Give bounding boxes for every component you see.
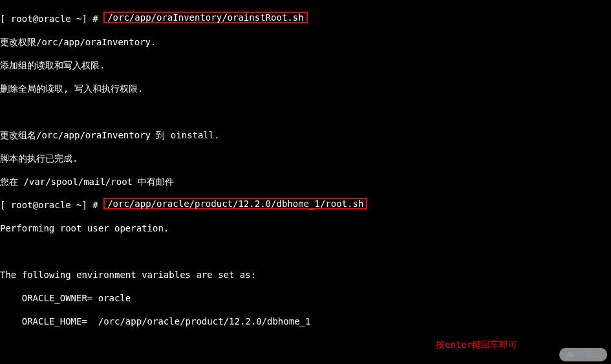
cloud-icon (566, 350, 575, 359)
line-03: 添加组的读取和写入权限. (0, 59, 611, 71)
highlight-orainstroot: /orc/app/oraInventory/orainstRoot.sh (103, 12, 307, 23)
annotation-enter: 按enter键回车即可 (425, 339, 517, 350)
terminal-output[interactable]: [ root@oracle ~] # /orc/app/oraInventory… (0, 0, 611, 364)
line-04: 删除全局的读取, 写入和执行权限. (0, 83, 611, 94)
watermark-badge: 亿速云 (559, 348, 607, 361)
line-10: Performing root user operation. (0, 222, 611, 234)
line-prompt-2: [ root@oracle ~] # /orc/app/oracle/produ… (0, 199, 611, 211)
shell-prompt-1: [ root@oracle ~] # (0, 14, 103, 24)
line-05 (0, 106, 611, 118)
line-06: 更改组名/orc/app/oraInventory 到 oinstall. (0, 129, 611, 141)
spacer (0, 339, 425, 350)
line-07: 脚本的执行已完成. (0, 153, 611, 164)
watermark-text: 亿速云 (577, 349, 601, 360)
line-13: ORACLE_OWNER= oracle (0, 292, 611, 304)
line-02: 更改权限/orc/app/oraInventory. (0, 36, 611, 48)
line-11 (0, 246, 611, 257)
line-12: The following environment variables are … (0, 269, 611, 281)
line-08: 您在 /var/spool/mail/root 中有邮件 (0, 176, 611, 187)
line-prompt-1: [ root@oracle ~] # /orc/app/oraInventory… (0, 13, 611, 25)
line-annotation-row-1: 按enter键回车即可 (0, 339, 611, 350)
line-14: ORACLE_HOME= /orc/app/oracle/product/12.… (0, 316, 611, 327)
shell-prompt-2: [ root@oracle ~] # (0, 200, 103, 210)
highlight-root-sh: /orc/app/oracle/product/12.2.0/dbhome_1/… (103, 198, 367, 209)
